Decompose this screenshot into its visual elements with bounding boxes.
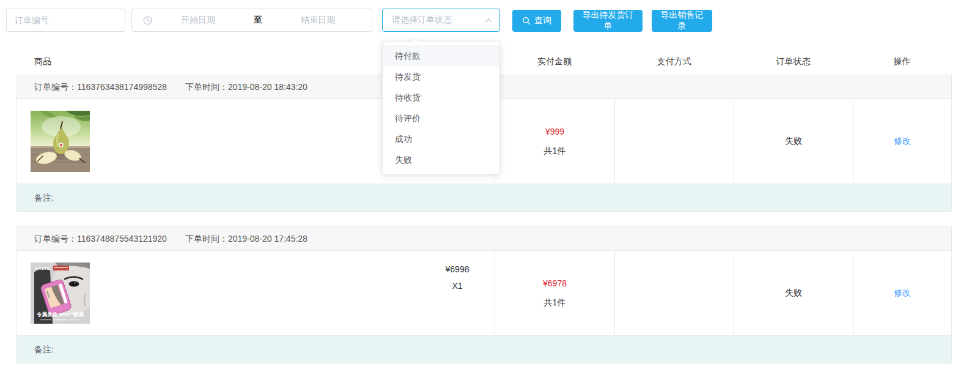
date-range-separator: 至 (244, 15, 272, 26)
col-header-order-status: 订单状态 (734, 56, 853, 67)
status-option-success[interactable]: 成功 (383, 129, 499, 149)
search-button-label: 查询 (534, 15, 551, 26)
order-time-label: 下单时间： (185, 75, 228, 99)
remark-row: 备注: (17, 184, 951, 211)
date-range-picker[interactable]: 开始日期 至 结束日期 (131, 9, 372, 32)
product-cell: CASIO 专属美妆 9000⁺微调 ¥6998 X1 (17, 251, 495, 335)
payment-method-cell (614, 99, 734, 184)
image-caption-text: 专属美妆 9000⁺微调 (36, 311, 84, 318)
product-image-camera-ad: CASIO 专属美妆 9000⁺微调 (31, 263, 90, 324)
unit-price: ¥6998 (446, 264, 470, 274)
order-no-value: 1163748875543121920 (77, 227, 167, 250)
order-management-page: 开始日期 至 结束日期 请选择订单状态 查询 导出待发货订单 导出销售记录 商品… (0, 0, 980, 380)
unit-price-quantity: ¥6998 X1 (420, 251, 495, 335)
order-status-dropdown: 待付款 待发货 待收货 待评价 成功 失败 (382, 41, 500, 174)
order-row: CASIO 专属美妆 9000⁺微调 ¥6998 X1 ¥6978 共1件 (17, 251, 951, 335)
modify-link[interactable]: 修改 (894, 288, 911, 299)
item-count: 共1件 (544, 297, 566, 308)
order-time-value: 2019-08-20 17:45:28 (228, 227, 308, 250)
start-date-placeholder: 开始日期 (152, 15, 244, 26)
paid-amount: ¥6978 (543, 278, 567, 288)
paid-amount: ¥999 (545, 127, 564, 136)
order-time-value: 2019-08-20 18:43:20 (228, 75, 308, 99)
col-header-paid-amount: 实付金额 (495, 56, 614, 67)
dropdown-arrow (411, 37, 419, 46)
order-no-input[interactable] (6, 9, 125, 32)
status-option-pending-shipment[interactable]: 待发货 (383, 66, 499, 87)
modify-link[interactable]: 修改 (894, 136, 911, 147)
col-header-product: 商品 (34, 56, 51, 67)
export-pending-shipment-button[interactable]: 导出待发货订单 (573, 10, 643, 32)
clock-icon (143, 16, 152, 25)
remark-label: 备注: (34, 193, 54, 203)
status-option-pending-receipt[interactable]: 待收货 (383, 87, 499, 108)
chevron-up-icon (485, 18, 492, 23)
status-option-pending-review[interactable]: 待评价 (383, 108, 499, 129)
remark-row: 备注: (17, 335, 951, 363)
export-sales-records-button[interactable]: 导出销售记录 (652, 10, 712, 32)
end-date-placeholder: 结束日期 (272, 15, 364, 26)
action-cell: 修改 (853, 251, 951, 335)
quantity: X1 (452, 281, 462, 291)
item-count: 共1件 (544, 146, 566, 157)
order-no-label: 订单编号： (34, 227, 77, 250)
payment-method-cell (614, 251, 734, 335)
status-select-placeholder: 请选择订单状态 (383, 15, 485, 26)
status-text: 失败 (785, 136, 802, 147)
order-status-cell: 失败 (734, 99, 853, 184)
col-header-payment-method: 支付方式 (614, 56, 734, 67)
product-image-pear (31, 111, 90, 172)
order-no-value: 1163763438174998528 (77, 75, 167, 99)
action-cell: 修改 (853, 99, 951, 184)
status-option-failed[interactable]: 失败 (383, 149, 499, 170)
order-status-cell: 失败 (734, 251, 853, 335)
search-button[interactable]: 查询 (512, 10, 561, 32)
col-header-action: 操作 (853, 56, 951, 67)
order-header: 订单编号：1163748875543121920 下单时间：2019-08-20… (17, 227, 951, 251)
paid-amount-cell: ¥999 共1件 (495, 99, 614, 184)
order-status-select[interactable]: 请选择订单状态 (382, 9, 500, 32)
order-no-label: 订单编号： (34, 75, 77, 99)
status-option-pending-payment[interactable]: 待付款 (383, 45, 499, 66)
order-block-2: 订单编号：1163748875543121920 下单时间：2019-08-20… (17, 226, 952, 363)
image-brand-text: CASIO (35, 266, 50, 270)
paid-amount-cell: ¥6978 共1件 (495, 251, 614, 335)
order-time-label: 下单时间： (185, 227, 228, 250)
search-icon (522, 17, 531, 25)
status-text: 失败 (785, 288, 802, 299)
remark-label: 备注: (34, 345, 54, 354)
